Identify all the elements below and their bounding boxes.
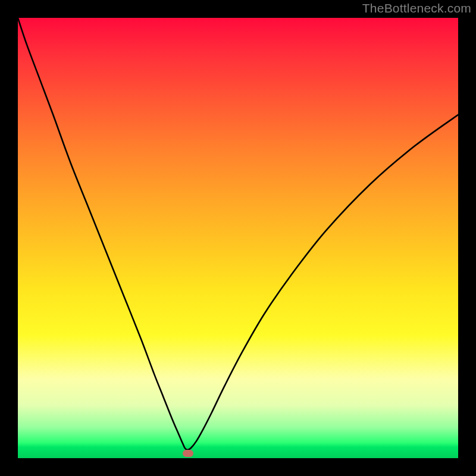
optimal-point-marker	[183, 450, 193, 457]
watermark-text: TheBottleneck.com	[362, 1, 471, 15]
chart-plot-area	[18, 18, 458, 458]
bottleneck-curve	[18, 18, 458, 458]
chart-frame: TheBottleneck.com	[0, 0, 476, 476]
